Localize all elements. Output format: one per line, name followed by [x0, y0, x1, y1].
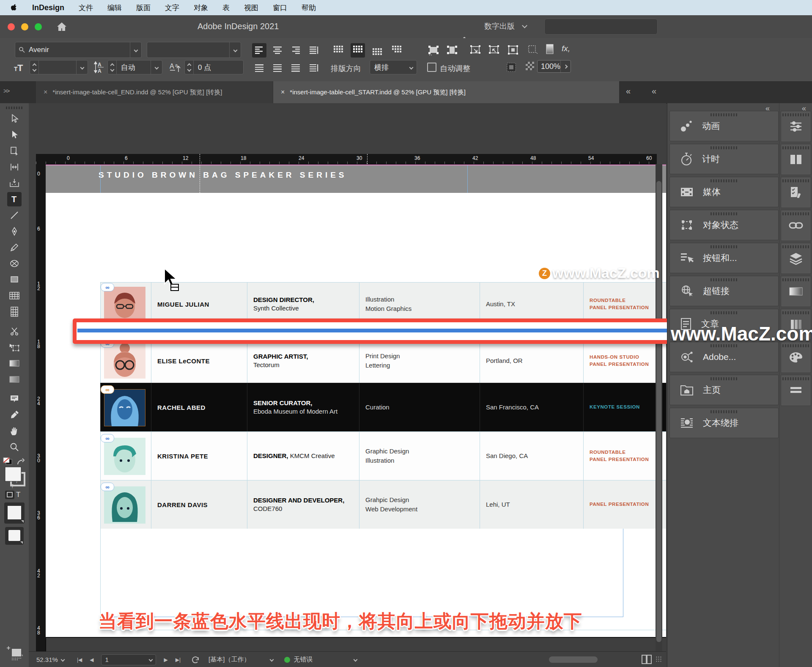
- panel-animation[interactable]: 动画: [669, 111, 779, 141]
- leading-dropdown[interactable]: [151, 60, 162, 74]
- font-size-field[interactable]: [30, 60, 88, 74]
- valign-top-icon[interactable]: [252, 61, 266, 75]
- opacity-field[interactable]: 100%: [537, 60, 571, 73]
- pencil-tool-icon[interactable]: [7, 240, 22, 255]
- avatar-cell[interactable]: ∞: [100, 383, 151, 431]
- gap-tool-icon[interactable]: [7, 160, 22, 174]
- menu-app-name[interactable]: InDesign: [32, 3, 64, 12]
- close-icon[interactable]: ×: [44, 88, 47, 96]
- menu-help[interactable]: 帮助: [302, 3, 316, 13]
- direct-selection-tool-icon[interactable]: [7, 128, 22, 142]
- font-family-dropdown[interactable]: [130, 42, 141, 58]
- frame-grid-options-icon[interactable]: [506, 62, 517, 73]
- tracking-field[interactable]: 0 点: [184, 60, 244, 74]
- scissors-tool-icon[interactable]: [7, 324, 22, 338]
- align-left-icon[interactable]: [252, 43, 266, 58]
- panel-timing[interactable]: 计时: [669, 144, 779, 174]
- table-row[interactable]: ∞ KRISTINA PETE DESIGNER, KMCM Creative …: [100, 431, 666, 480]
- type-tool-icon[interactable]: T: [7, 192, 22, 206]
- panel-hyperlinks[interactable]: 超链接: [669, 276, 779, 306]
- center-content-icon[interactable]: [506, 43, 520, 58]
- zoom-level-dropdown[interactable]: 52.31%: [36, 656, 64, 663]
- pages-grid-icon[interactable]: [6, 645, 23, 662]
- vertical-ruler[interactable]: 0 6 12 18 24 30 36 42 48: [36, 164, 46, 651]
- panel-icon-pages[interactable]: [781, 144, 811, 175]
- previous-page-button[interactable]: ◀: [90, 657, 93, 663]
- apply-color-button[interactable]: [4, 502, 25, 524]
- tab-document-start[interactable]: × *insert-image-table-cell_START.indd @ …: [273, 81, 619, 103]
- preflight-status[interactable]: 无错误: [284, 656, 357, 664]
- ellipse-frame-tool-icon[interactable]: [7, 256, 22, 271]
- panel-object-states[interactable]: 对象状态: [669, 210, 779, 240]
- valign-bottom-icon[interactable]: [288, 61, 303, 75]
- font-size-dropdown[interactable]: [76, 60, 88, 74]
- menu-view[interactable]: 视图: [244, 3, 258, 13]
- page-canvas[interactable]: ∞ MIGUEL JULIAN DESIGN DIRECTOR,Synth Co…: [46, 193, 666, 638]
- avatar[interactable]: ∞: [104, 389, 145, 426]
- default-fill-stroke-icon[interactable]: [3, 457, 14, 467]
- fill-color-swatch[interactable]: ??: [4, 466, 26, 488]
- panel-icon-gradient[interactable]: [781, 276, 811, 307]
- panel-text-wrap[interactable]: 文本绕排: [669, 408, 779, 438]
- gradient-feather-tool-icon[interactable]: [7, 372, 22, 387]
- toolstrip-expand-icon[interactable]: >>: [3, 87, 9, 94]
- next-page-button[interactable]: ▶: [164, 657, 167, 663]
- page-tool-icon[interactable]: [7, 144, 22, 158]
- avatar[interactable]: ∞: [104, 438, 145, 475]
- leading-field[interactable]: 自动: [107, 60, 162, 74]
- panel-icon-stroke[interactable]: [781, 375, 811, 406]
- panel-buttons-forms[interactable]: 按钮和...: [669, 243, 779, 273]
- writing-direction-dropdown[interactable]: [406, 60, 417, 74]
- zoom-tool-icon[interactable]: [7, 440, 22, 454]
- tools-grip[interactable]: [6, 107, 23, 109]
- autofit-checkbox[interactable]: [427, 63, 436, 72]
- font-style-dropdown[interactable]: [229, 42, 241, 58]
- line-tool-icon[interactable]: [7, 208, 22, 222]
- dock-collapse-icon[interactable]: «: [626, 86, 631, 96]
- free-transform-tool-icon[interactable]: [7, 340, 22, 354]
- align-center-icon[interactable]: [270, 43, 285, 58]
- home-icon[interactable]: [56, 22, 67, 32]
- panel-adobe[interactable]: Adobe...: [669, 342, 779, 372]
- gradient-swatch-tool-icon[interactable]: [7, 356, 22, 371]
- page-number-field[interactable]: 1: [101, 654, 156, 665]
- first-page-button[interactable]: |◀: [77, 657, 82, 663]
- avatar[interactable]: ∞: [104, 486, 145, 524]
- selection-tool-icon[interactable]: [7, 112, 22, 126]
- eyedropper-tool-icon[interactable]: [7, 408, 22, 422]
- corner-options-icon[interactable]: [526, 42, 540, 57]
- grid-frame-icon[interactable]: [331, 43, 346, 58]
- table-row[interactable]: ∞ ELISE LeCONTE GRAPHIC ARTIST,Tectorum …: [100, 338, 666, 383]
- screen-mode-button[interactable]: [5, 527, 24, 545]
- preflight-profile-dropdown[interactable]: [基本]（工作）: [208, 656, 273, 664]
- note-tool-icon[interactable]: [7, 392, 22, 406]
- vertical-grid-tool-icon[interactable]: [7, 305, 22, 319]
- fit-content-icon[interactable]: [445, 43, 459, 58]
- close-icon[interactable]: ×: [281, 88, 285, 96]
- zoom-window-button[interactable]: [35, 23, 42, 30]
- menu-edit[interactable]: 编辑: [107, 3, 122, 13]
- valign-center-icon[interactable]: [270, 61, 285, 75]
- panel-home[interactable]: 主页: [669, 375, 779, 405]
- drop-shadow-icon[interactable]: [543, 42, 557, 57]
- font-family-field[interactable]: Avenir: [15, 42, 142, 58]
- avatar[interactable]: ∞: [104, 343, 145, 379]
- hand-tool-icon[interactable]: [7, 424, 22, 438]
- fill-frame-icon[interactable]: [426, 43, 441, 58]
- panel-media[interactable]: 媒体: [669, 177, 779, 207]
- avatar-cell[interactable]: ∞: [100, 431, 151, 480]
- split-view-icon[interactable]: [641, 654, 652, 664]
- align-right-icon[interactable]: [288, 43, 303, 58]
- rotate-view-icon[interactable]: [192, 656, 200, 664]
- horizontal-grid-tool-icon[interactable]: [7, 288, 22, 303]
- grid-layout-icon[interactable]: [390, 43, 404, 58]
- opacity-expand-button[interactable]: [560, 60, 571, 72]
- valign-justify-icon[interactable]: [307, 61, 321, 75]
- formatting-affects-text-button[interactable]: T: [16, 491, 20, 499]
- horizontal-ruler[interactable]: 0 6 12 18 24 30 36 42 48 54 60: [36, 154, 657, 165]
- panel-icon-links[interactable]: [781, 210, 811, 241]
- align-justify-icon[interactable]: [307, 43, 321, 58]
- vertical-scrollbar[interactable]: [656, 164, 662, 651]
- dock-collapse-icon[interactable]: «: [652, 86, 656, 96]
- resize-grip[interactable]: [656, 656, 662, 663]
